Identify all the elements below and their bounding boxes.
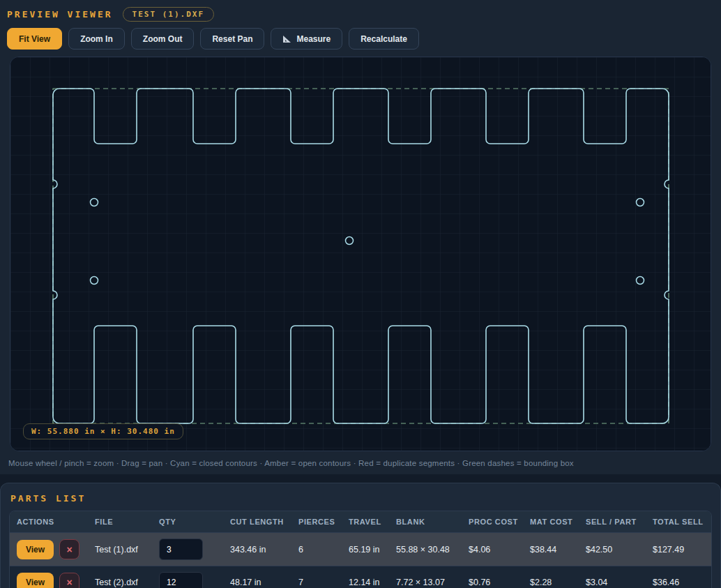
col-blank: BLANK [389, 518, 462, 526]
measure-label: Measure [296, 34, 331, 44]
qty-input[interactable] [159, 538, 203, 560]
sell-part-value: $3.04 [579, 578, 646, 587]
reset-pan-button[interactable]: Reset Pan [200, 28, 264, 50]
dxf-drawing [10, 57, 711, 451]
viewer-section: PREVIEW VIEWER TEST (1).DXF Fit View Zoo… [0, 0, 721, 474]
recalculate-button[interactable]: Recalculate [349, 28, 419, 50]
page-title: PREVIEW VIEWER [7, 9, 113, 20]
remove-button[interactable]: × [59, 573, 79, 588]
file-name: Test (1).dxf [88, 545, 152, 555]
travel-value: 12.14 in [342, 578, 389, 587]
col-cut-length: CUT LENGTH [223, 518, 291, 526]
zoom-out-button[interactable]: Zoom Out [131, 28, 195, 50]
header: PREVIEW VIEWER TEST (1).DXF [7, 6, 714, 22]
remove-button[interactable]: × [59, 539, 79, 559]
cut-length-value: 48.17 in [223, 578, 291, 587]
col-mat-cost: MAT COST [523, 518, 579, 526]
col-proc-cost: PROC COST [462, 518, 523, 526]
mat-cost-value: $2.28 [523, 578, 579, 587]
cut-length-value: 343.46 in [223, 545, 291, 555]
proc-cost-value: $4.06 [462, 545, 523, 555]
zoom-in-button[interactable]: Zoom In [68, 28, 125, 50]
col-pierces: PIERCES [291, 518, 342, 526]
view-button[interactable]: View [17, 573, 54, 588]
mat-cost-value: $38.44 [523, 545, 579, 555]
pierces-value: 7 [291, 578, 342, 587]
view-button[interactable]: View [17, 540, 54, 559]
dxf-canvas[interactable]: W: 55.880 in × H: 30.480 in [10, 56, 711, 451]
canvas-grid [10, 57, 711, 451]
file-name: Test (2).dxf [88, 578, 152, 587]
current-file-badge: TEST (1).DXF [123, 7, 214, 22]
table-row: View × Test (2).dxf 48.17 in 7 12.14 in … [10, 566, 711, 588]
pierces-value: 6 [291, 545, 342, 555]
col-sell-part: SELL / PART [579, 518, 646, 526]
qty-input[interactable] [159, 572, 203, 588]
col-qty: QTY [152, 518, 223, 526]
sell-part-value: $42.50 [579, 545, 646, 555]
measure-button[interactable]: Measure [271, 28, 342, 50]
total-sell-value: $36.46 [646, 578, 711, 587]
blank-value: 55.88 × 30.48 [389, 545, 462, 555]
parts-table: ACTIONS FILE QTY CUT LENGTH PIERCES TRAV… [9, 511, 712, 588]
toolbar: Fit View Zoom In Zoom Out Reset Pan Meas… [7, 28, 714, 50]
col-travel: TRAVEL [342, 518, 389, 526]
travel-value: 65.19 in [342, 545, 389, 555]
set-square-icon [282, 35, 291, 43]
parts-list-title: PARTS LIST [10, 493, 712, 504]
col-actions: ACTIONS [10, 518, 88, 526]
dimension-label: W: 55.880 in × H: 30.480 in [23, 423, 183, 439]
row-actions: View × [10, 573, 88, 588]
row-actions: View × [10, 539, 88, 559]
parts-table-header: ACTIONS FILE QTY CUT LENGTH PIERCES TRAV… [10, 511, 711, 533]
proc-cost-value: $0.76 [462, 578, 523, 587]
viewer-hint-text: Mouse wheel / pinch = zoom · Drag = pan … [8, 459, 713, 467]
fit-view-button[interactable]: Fit View [7, 28, 62, 50]
parts-list-panel: PARTS LIST ACTIONS FILE QTY CUT LENGTH P… [0, 483, 721, 588]
total-sell-value: $127.49 [646, 545, 711, 555]
blank-value: 7.72 × 13.07 [389, 578, 462, 587]
col-file: FILE [88, 518, 152, 526]
table-row: View × Test (1).dxf 343.46 in 6 65.19 in… [10, 533, 711, 566]
col-total-sell: TOTAL SELL [646, 518, 711, 526]
